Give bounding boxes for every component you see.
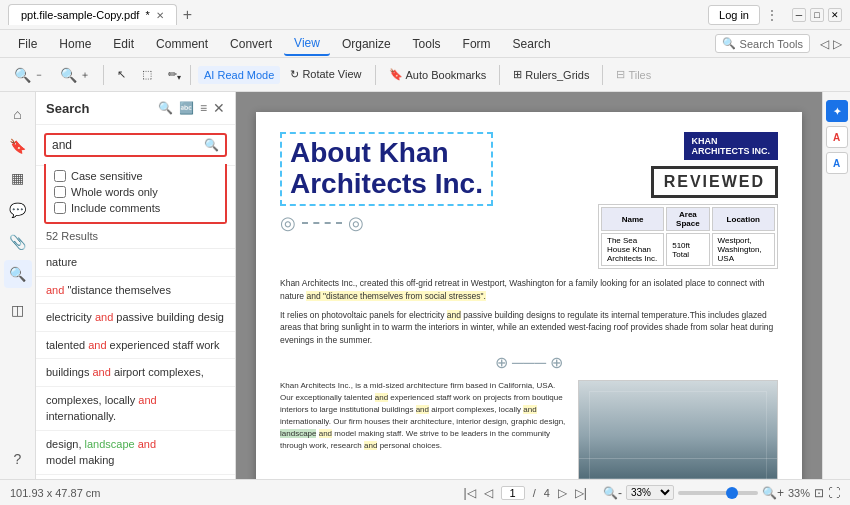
sidebar-bookmark-icon[interactable]: 🔖 <box>4 132 32 160</box>
result-item[interactable]: complexes, locally andinternationally. <box>36 387 235 431</box>
search-results-header: 52 Results <box>36 224 235 249</box>
maximize-button[interactable]: □ <box>810 8 824 22</box>
result-item[interactable]: nature <box>36 249 235 277</box>
next-page-button[interactable]: ▷ <box>558 486 567 500</box>
result-item[interactable]: electricity and passive building desig <box>36 304 235 332</box>
zoom-plus: ＋ <box>80 68 90 82</box>
whole-words-checkbox[interactable] <box>54 186 66 198</box>
case-sensitive-checkbox[interactable] <box>54 170 66 182</box>
menu-tools[interactable]: Tools <box>403 33 451 55</box>
ai-read-mode-button[interactable]: AI Read Mode <box>198 66 280 84</box>
right-tool-ai2[interactable]: A <box>826 126 848 148</box>
search-text-icon[interactable]: 🔍 <box>158 101 173 115</box>
menu-home[interactable]: Home <box>49 33 101 55</box>
prev-page-button[interactable]: ◁ <box>484 486 493 500</box>
sidebar-layers-icon[interactable]: ◫ <box>4 296 32 324</box>
table-header-name: Name <box>601 207 664 231</box>
close-button[interactable]: ✕ <box>828 8 842 22</box>
menu-protect[interactable]: Search <box>503 33 561 55</box>
menu-file[interactable]: File <box>8 33 47 55</box>
titlebar-controls: Log in ⋮ ─ □ ✕ <box>708 5 842 25</box>
forward-arrow[interactable]: ▷ <box>833 37 842 51</box>
menu-convert[interactable]: Convert <box>220 33 282 55</box>
logo-line1: KHAN <box>692 136 771 146</box>
right-tool-ai3[interactable]: A <box>826 152 848 174</box>
circle-dashes-icon: ◎ <box>280 212 296 234</box>
menu-form[interactable]: Form <box>453 33 501 55</box>
search-panel-header: Search 🔍 🔤 ≡ ✕ <box>36 92 235 125</box>
pencil-button[interactable]: ✏▾ <box>162 65 183 84</box>
page-separator: / <box>533 487 536 499</box>
table-header-area: Area Space <box>666 207 709 231</box>
include-comments-option[interactable]: Include comments <box>54 200 217 216</box>
right-tool-ai1[interactable]: ✦ <box>826 100 848 122</box>
result-item[interactable]: buildings and airport complexes, <box>36 359 235 387</box>
active-tab[interactable]: ppt.file-sample-Copy.pdf * ✕ <box>8 4 177 25</box>
result-item[interactable]: talented and experienced staff work <box>36 332 235 360</box>
tab-close-button[interactable]: ✕ <box>156 10 164 21</box>
last-page-button[interactable]: ▷| <box>575 486 587 500</box>
search-tools-input[interactable]: 🔍 Search Tools <box>715 34 810 53</box>
rulers-label: Rulers_Grids <box>525 69 589 81</box>
pdf-header: About KhanArchitects Inc. ◎ ◎ KHAN ARCHI… <box>280 132 778 269</box>
menu-organize[interactable]: Organize <box>332 33 401 55</box>
pdf-columns: Khan Architects Inc., is a mid-sized arc… <box>280 380 778 479</box>
case-sensitive-label: Case sensitive <box>71 170 143 182</box>
fullscreen-button[interactable]: ⛶ <box>828 486 840 500</box>
menu-view[interactable]: View <box>284 32 330 56</box>
cursor-button[interactable]: ↖ <box>111 65 132 84</box>
minimize-button[interactable]: ─ <box>792 8 806 22</box>
case-sensitive-option[interactable]: Case sensitive <box>54 168 217 184</box>
zoom-in-button[interactable]: 🔍 ＋ <box>54 64 96 86</box>
pdf-logo-area: KHAN ARCHITECTS INC. REVIEWED Name Area … <box>598 132 778 269</box>
marquee-button[interactable]: ⬚ <box>136 65 158 84</box>
fit-page-button[interactable]: ⊡ <box>814 486 824 500</box>
zoom-in-status[interactable]: 🔍+ <box>762 486 784 500</box>
zoom-out-status[interactable]: 🔍- <box>603 486 622 500</box>
new-tab-button[interactable]: + <box>177 6 198 24</box>
titlebar-tabs: ppt.file-sample-Copy.pdf * ✕ + <box>8 4 708 25</box>
zoom-in-icon: 🔍 <box>60 67 77 83</box>
login-button[interactable]: Log in <box>708 5 760 25</box>
page-dimensions: 101.93 x 47.87 cm <box>10 487 101 499</box>
menu-comment[interactable]: Comment <box>146 33 218 55</box>
zoom-out-button[interactable]: 🔍 － <box>8 64 50 86</box>
sidebar-home-icon[interactable]: ⌂ <box>4 100 32 128</box>
pdf-area[interactable]: About KhanArchitects Inc. ◎ ◎ KHAN ARCHI… <box>236 92 822 479</box>
back-arrow[interactable]: ◁ <box>820 37 829 51</box>
zoom-thumb[interactable] <box>726 487 738 499</box>
search-format-icon[interactable]: 🔤 <box>179 101 194 115</box>
sidebar-search-icon[interactable]: 🔍 <box>4 260 32 288</box>
zoom-slider[interactable] <box>678 491 758 495</box>
tab-label: ppt.file-sample-Copy.pdf <box>21 9 139 21</box>
search-list-icon[interactable]: ≡ <box>200 101 207 115</box>
result-item[interactable]: and "distance themselves <box>36 277 235 305</box>
include-comments-label: Include comments <box>71 202 160 214</box>
whole-words-option[interactable]: Whole words only <box>54 184 217 200</box>
tiles-button[interactable]: ⊟ Tiles <box>610 65 657 84</box>
more-options-icon[interactable]: ⋮ <box>766 8 778 22</box>
sidebar-pages-icon[interactable]: ▦ <box>4 164 32 192</box>
sidebar-comment-icon[interactable]: 💬 <box>4 196 32 224</box>
page-number-input[interactable] <box>501 486 525 500</box>
rotate-view-button[interactable]: ↻ Rotate View <box>284 65 367 84</box>
include-comments-checkbox[interactable] <box>54 202 66 214</box>
zoom-controls: 🔍- 33% 50% 75% 100% 🔍+ 33% ⊡ ⛶ <box>603 485 840 500</box>
separator-4 <box>499 65 500 85</box>
rulers-icon: ⊞ <box>513 68 522 81</box>
sidebar-help-icon[interactable]: ? <box>4 445 32 473</box>
zoom-dropdown[interactable]: 33% 50% 75% 100% <box>626 485 674 500</box>
table-value-area: 510ft Total <box>666 233 709 266</box>
search-close-button[interactable]: ✕ <box>213 100 225 116</box>
first-page-button[interactable]: |◁ <box>464 486 476 500</box>
result-item[interactable]: landscape andmodel making staff. <box>36 475 235 480</box>
auto-bookmarks-button[interactable]: 🔖 Auto Bookmarks <box>383 65 493 84</box>
search-submit-button[interactable]: 🔍 <box>204 138 219 152</box>
result-item[interactable]: design, landscape andmodel making <box>36 431 235 475</box>
menu-edit[interactable]: Edit <box>103 33 144 55</box>
search-results-list[interactable]: nature and "distance themselves electric… <box>36 249 235 479</box>
rulers-grids-button[interactable]: ⊞ Rulers_Grids <box>507 65 595 84</box>
search-input[interactable] <box>52 138 204 152</box>
table-header-location: Location <box>712 207 775 231</box>
sidebar-attachment-icon[interactable]: 📎 <box>4 228 32 256</box>
